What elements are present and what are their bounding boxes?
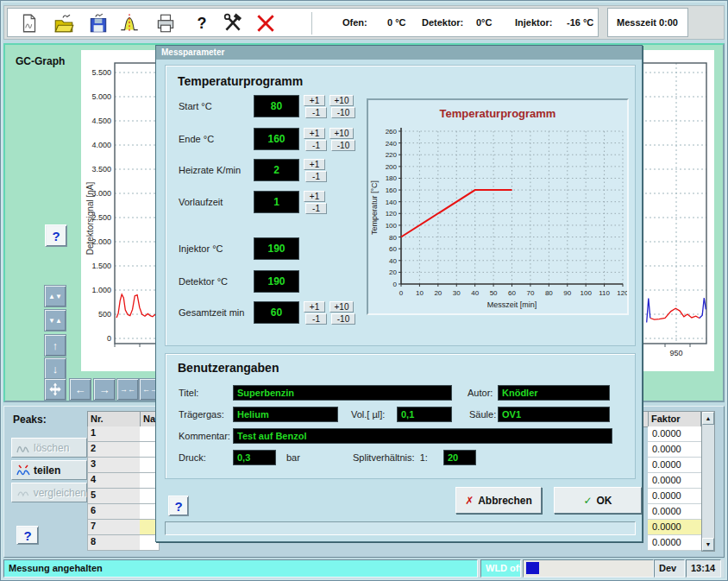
table-row-faktor[interactable]: 0.0000	[648, 426, 701, 442]
druck-input[interactable]: 0,3	[233, 450, 276, 465]
svg-text:120: 120	[617, 289, 627, 297]
temp-field-value-4[interactable]: 190	[254, 237, 299, 260]
table-scrollbar[interactable]: ▲ ▼	[701, 411, 715, 552]
table-row-nr: 2	[87, 442, 141, 458]
svg-text:5.500: 5.500	[91, 68, 111, 77]
scrollbar-down-icon[interactable]: ▼	[702, 538, 714, 551]
split-label: Splitverhältnis: 1:	[353, 452, 428, 463]
svg-text:90: 90	[563, 289, 571, 297]
kommentar-input[interactable]: Test auf Benzol	[233, 428, 612, 444]
scroll-down-button[interactable]: ↓	[44, 357, 66, 380]
spinner-plus1-button[interactable]: +1	[304, 191, 325, 202]
signal-peak-icon[interactable]	[118, 12, 141, 35]
spinner-minus1-button[interactable]: -1	[305, 313, 327, 325]
titel-input[interactable]: Superbenzin	[233, 385, 452, 401]
temp-field-value-1[interactable]: 160	[254, 128, 299, 150]
dialog-status-strip	[165, 521, 636, 535]
print-icon[interactable]	[154, 12, 177, 35]
cancel-x-icon: ✗	[465, 495, 474, 507]
save-file-icon[interactable]	[87, 12, 110, 35]
peak-compare-button[interactable]: vergleichen	[11, 483, 87, 502]
left-arrow-icon: ←	[75, 384, 86, 395]
temp-field-label: Gesamtzeit min	[179, 307, 244, 318]
saeule-input[interactable]: OV1	[498, 407, 610, 422]
toolbar: ? Ofen: 0 °C Detektor: 0°C Injektor: -16…	[3, 5, 725, 40]
temp-field-value-5[interactable]: 190	[254, 270, 299, 293]
spinner-minus1-button[interactable]: -1	[305, 203, 327, 214]
detektor-value: 0°C	[476, 17, 492, 28]
vol-label: Vol.[ µl]:	[351, 409, 385, 420]
pan-move-button[interactable]	[44, 378, 66, 401]
table-row-faktor[interactable]: 0.0000	[648, 535, 701, 551]
help-icon[interactable]: ?	[191, 12, 213, 35]
scroll-right-button[interactable]: →	[93, 378, 116, 401]
ofen-value: 0 °C	[387, 17, 406, 28]
spinner-minus10-button[interactable]: -10	[331, 313, 355, 325]
tools-icon[interactable]	[222, 12, 244, 35]
svg-text:80: 80	[545, 289, 553, 297]
split-input[interactable]: 20	[443, 450, 476, 465]
spinner-minus1-button[interactable]: -1	[305, 107, 327, 118]
graph-help-button[interactable]: ?	[45, 224, 67, 247]
cancel-button[interactable]: ✗ Abbrechen	[455, 487, 542, 514]
dialog-titlebar[interactable]: Messparameter	[156, 46, 642, 60]
open-file-icon[interactable]	[53, 12, 75, 35]
toolbar-field: ? Ofen: 0 °C Detektor: 0°C Injektor: -16…	[7, 8, 599, 37]
peak-split-label: teilen	[34, 464, 60, 477]
scroll-up-button[interactable]: ↑	[44, 334, 66, 357]
vol-input[interactable]: 0,1	[397, 407, 452, 422]
traegergas-input[interactable]: Helium	[233, 407, 338, 422]
ok-check-icon: ✓	[583, 495, 592, 507]
table-row-faktor[interactable]: 0.0000	[648, 489, 701, 504]
spinner-plus10-button[interactable]: +10	[329, 95, 354, 106]
spinner-plus10-button[interactable]: +10	[329, 128, 354, 139]
svg-text:100: 100	[386, 222, 398, 230]
table-row-faktor[interactable]: 0.0000	[648, 504, 701, 520]
messzeit-value: Messzeit 0:00	[617, 17, 678, 28]
spinner-plus1-button[interactable]: +1	[304, 159, 325, 170]
temp-field-label: Injektor °C	[179, 243, 223, 254]
svg-text:1.500: 1.500	[91, 262, 111, 270]
spinner-plus1-button[interactable]: +1	[304, 301, 325, 313]
spinner-plus10-button[interactable]: +10	[329, 301, 354, 313]
dialog-help-button[interactable]: ?	[168, 496, 189, 516]
druck-unit-label: bar	[286, 452, 300, 463]
peaks-help-button[interactable]: ?	[16, 526, 39, 545]
expand-vertical-button[interactable]: ▲▼	[44, 285, 66, 307]
gc-graph-title: GC-Graph	[16, 55, 65, 67]
table-row-faktor[interactable]: 0.0000	[648, 458, 701, 473]
temp-field-value-2[interactable]: 2	[254, 159, 299, 181]
abort-icon[interactable]	[254, 12, 277, 35]
injektor-label: Injektor:	[515, 17, 552, 28]
spinner-minus1-button[interactable]: -1	[305, 171, 327, 182]
scroll-left-button[interactable]: ←	[69, 378, 91, 401]
new-file-icon[interactable]	[18, 12, 41, 35]
spinner-minus1-button[interactable]: -1	[305, 140, 327, 151]
peak-split-button[interactable]: teilen	[11, 460, 87, 480]
temp-field-value-3[interactable]: 1	[254, 191, 299, 213]
ok-button[interactable]: ✓ OK	[554, 487, 642, 514]
collapse-vertical-button[interactable]: ▼▲	[44, 309, 66, 332]
detector-signal-end	[650, 308, 700, 319]
spinner-plus1-button[interactable]: +1	[304, 95, 325, 106]
table-row-faktor[interactable]: 0.0000	[648, 520, 701, 535]
scrollbar-up-icon[interactable]: ▲	[702, 412, 714, 425]
peak-delete-label: löschen	[34, 442, 69, 454]
move-cross-icon	[47, 382, 63, 397]
ok-label: OK	[597, 495, 612, 507]
temp-field-value-0[interactable]: 80	[254, 95, 299, 117]
temperaturprogramm-groupbox: Temperaturprogramm Start °C80+1-1+10-10E…	[165, 65, 636, 346]
table-row-faktor[interactable]: 0.0000	[648, 473, 701, 489]
spinner-minus10-button[interactable]: -10	[331, 107, 355, 118]
ofen-label: Ofen:	[342, 17, 367, 28]
svg-text:10: 10	[416, 289, 424, 297]
temp-field-value-6[interactable]: 60	[254, 301, 299, 324]
table-row-faktor[interactable]: 0.0000	[648, 442, 701, 458]
collapse-horizontal-button[interactable]: →←	[116, 378, 139, 401]
svg-text:40: 40	[389, 257, 397, 265]
peak-delete-button[interactable]: löschen	[11, 438, 87, 458]
spinner-plus1-button[interactable]: +1	[304, 128, 325, 139]
autor-input[interactable]: Knödler	[498, 385, 610, 401]
svg-text:70: 70	[526, 289, 534, 297]
spinner-minus10-button[interactable]: -10	[331, 140, 355, 151]
